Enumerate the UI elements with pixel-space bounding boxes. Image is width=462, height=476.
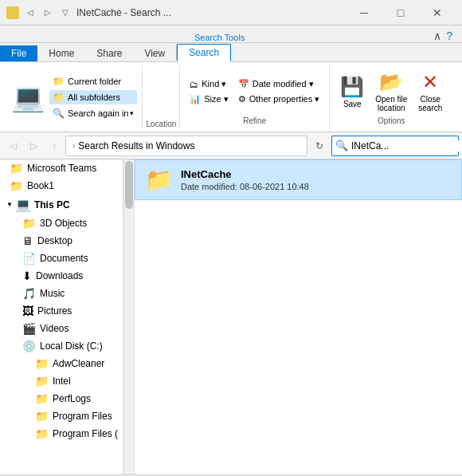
window-controls: ─ □ ✕ — [346, 0, 456, 26]
address-bar: ◁ ▷ ↑ › Search Results in Windows ↻ 🔍 ✕ … — [0, 132, 462, 159]
folder-icon: 📁 — [35, 357, 49, 370]
folder-icon: 📁 — [35, 392, 49, 405]
content-item-inetcache[interactable]: 📁 INetCache Date modified: 08-06-2021 10… — [135, 159, 462, 200]
title-bar-down[interactable]: ▽ — [57, 5, 73, 21]
sidebar-item-microsoft-teams[interactable]: 📁 Microsoft Teams — [0, 159, 123, 177]
disk-icon: 💿 — [22, 340, 36, 352]
app-icon — [6, 6, 19, 19]
tab-search[interactable]: Search — [177, 44, 231, 62]
all-subfolders-btn[interactable]: 📁 All subfolders — [49, 90, 137, 104]
pictures-icon: 🖼 — [22, 305, 33, 317]
tab-home[interactable]: Home — [37, 45, 85, 61]
sidebar-item-perflogs[interactable]: 📁 PerfLogs — [0, 390, 123, 407]
kind-btn[interactable]: 🗂Kind ▾ — [186, 77, 231, 91]
address-box[interactable]: › Search Results in Windows — [65, 136, 307, 156]
folder-icon: 📁 — [35, 410, 49, 423]
breadcrumb-chevron: › — [72, 141, 75, 150]
date-modified-btn[interactable]: 📅Date modified ▾ — [235, 77, 323, 91]
sidebar-item-this-pc[interactable]: ▼ 💻 This PC — [0, 195, 123, 214]
content-item-details: INetCache Date modified: 08-06-2021 10:4… — [181, 168, 309, 191]
sidebar-item-documents[interactable]: 📄 Documents — [0, 250, 123, 267]
sidebar: 📁 Microsoft Teams 📁 Book1 ▼ 💻 This PC 📁 … — [0, 159, 123, 474]
tab-view[interactable]: View — [133, 45, 176, 61]
main-area: 📁 Microsoft Teams 📁 Book1 ▼ 💻 This PC 📁 … — [0, 159, 462, 474]
tab-file[interactable]: File — [0, 45, 37, 61]
content-item-name: INetCache — [181, 168, 309, 180]
sidebar-scrollbar[interactable] — [123, 159, 135, 474]
folder-icon: 📁 — [35, 375, 49, 387]
tab-share[interactable]: Share — [85, 45, 133, 61]
search-again-btn[interactable]: 🔍 Search again in ▾ — [49, 106, 137, 120]
this-pc-button[interactable]: 💻 — [11, 84, 45, 111]
maximize-button[interactable]: □ — [382, 0, 419, 26]
back-btn[interactable]: ◁ — [3, 136, 22, 155]
expand-arrow: ▼ — [6, 201, 13, 208]
search-icon: 🔍 — [332, 140, 351, 151]
documents-icon: 📄 — [22, 252, 36, 265]
search-box: 🔍 ✕ › — [331, 136, 459, 156]
current-folder-btn[interactable]: 📁 Current folder — [49, 74, 137, 89]
close-button[interactable]: ✕ — [419, 0, 456, 26]
refresh-btn[interactable]: ↻ — [309, 136, 330, 156]
search-tools-header-label: Search Tools — [185, 31, 254, 42]
title-bar: ◁ ▷ ▽ INetCache - Search ... ─ □ ✕ — [0, 0, 462, 26]
videos-icon: 🎬 — [22, 322, 36, 335]
save-btn[interactable]: 💾 Save — [336, 73, 368, 111]
sidebar-item-videos[interactable]: 🎬 Videos — [0, 320, 123, 337]
close-search-btn[interactable]: ✕ Closesearch — [414, 69, 446, 115]
folder-icon: 📁 — [22, 217, 36, 230]
search-input[interactable] — [351, 140, 462, 151]
address-text: Search Results in Windows — [78, 140, 194, 151]
window-title: INetCache - Search ... — [76, 7, 171, 18]
help-btn[interactable]: ? — [446, 30, 452, 42]
folder-icon: 📁 — [145, 167, 173, 193]
sidebar-item-program-files[interactable]: 📁 Program Files — [0, 407, 123, 425]
up-btn[interactable]: ↑ — [45, 136, 64, 155]
sidebar-item-music[interactable]: 🎵 Music — [0, 285, 123, 302]
sidebar-item-local-disk[interactable]: 💿 Local Disk (C:) — [0, 337, 123, 355]
content-area: 📁 INetCache Date modified: 08-06-2021 10… — [135, 159, 462, 474]
sidebar-item-desktop[interactable]: 🖥 Desktop — [0, 232, 123, 250]
music-icon: 🎵 — [22, 287, 36, 300]
sidebar-item-downloads[interactable]: ⬇ Downloads — [0, 267, 123, 285]
pc-icon: 💻 — [15, 197, 31, 212]
title-bar-back[interactable]: ◁ — [22, 5, 38, 21]
other-properties-btn[interactable]: ⚙Other properties ▾ — [235, 92, 323, 106]
sidebar-item-intel[interactable]: 📁 Intel — [0, 372, 123, 390]
ribbon: 💻 📁 Current folder 📁 All subfolders 🔍 Se… — [0, 62, 462, 132]
content-item-date: Date modified: 08-06-2021 10:48 — [181, 182, 309, 191]
open-file-location-btn[interactable]: 📂 Open filelocation — [371, 69, 411, 115]
folder-icon: 📁 — [10, 179, 23, 192]
ribbon-collapse-btn[interactable]: ∧ — [433, 30, 441, 42]
forward-btn[interactable]: ▷ — [24, 136, 43, 155]
title-bar-forward[interactable]: ▷ — [40, 5, 56, 21]
folder-icon: 📁 — [10, 162, 23, 175]
desktop-icon: 🖥 — [22, 234, 33, 247]
size-btn[interactable]: 📊Size ▾ — [186, 92, 231, 106]
minimize-button[interactable]: ─ — [346, 0, 382, 26]
folder-icon: 📁 — [35, 427, 49, 440]
downloads-icon: ⬇ — [22, 269, 32, 282]
sidebar-item-3d-objects[interactable]: 📁 3D Objects — [0, 214, 123, 232]
sidebar-item-adwcleaner[interactable]: 📁 AdwCleaner — [0, 355, 123, 372]
sidebar-item-program-files-x86[interactable]: 📁 Program Files ( — [0, 425, 123, 443]
sidebar-item-book1[interactable]: 📁 Book1 — [0, 177, 123, 195]
sidebar-item-pictures[interactable]: 🖼 Pictures — [0, 302, 123, 320]
